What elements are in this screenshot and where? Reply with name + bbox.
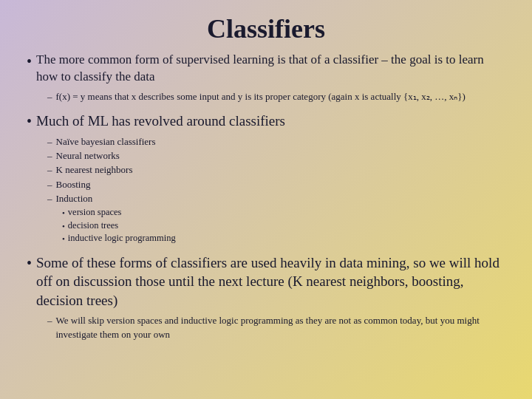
dot-icon: • (62, 233, 65, 245)
sub-bullet-2-0-text: Naïve bayesian classifiers (56, 135, 156, 149)
bullet-3: • Some of these forms of classifiers are… (27, 253, 505, 310)
sub-bullet-2-1: – Neural networks (47, 149, 505, 163)
sub-sub-bullet-inductive-logic: • inductive logic programming (62, 232, 505, 245)
sub-bullet-2-3-text: Boosting (56, 178, 91, 191)
sub-sub-bullet-decision-trees: • decision trees (62, 219, 505, 233)
sub-bullet-2-0: – Naïve bayesian classifiers (47, 135, 505, 149)
sub-sub-bullet-version-spaces: • version spaces (62, 206, 505, 219)
sub-bullet-2-4-text: Induction (56, 192, 93, 205)
dot-icon: • (62, 208, 65, 219)
dash-icon: – (47, 163, 52, 177)
sub-bullets-2: – Naïve bayesian classifiers – Neural ne… (47, 135, 505, 245)
section-3: • Some of these forms of classifiers are… (27, 253, 505, 345)
bullet-2: • Much of ML has revolved around classif… (27, 112, 505, 131)
dash-icon: – (47, 314, 52, 327)
sub-bullets-3: – We will skip version spaces and induct… (47, 314, 505, 341)
dash-icon: – (47, 90, 52, 103)
sub-sub-bullet-text-1: decision trees (68, 219, 118, 233)
bullet-2-text: Much of ML has revolved around classifie… (36, 112, 285, 131)
sub-bullet-2-2: – K nearest neighbors (47, 163, 505, 177)
dash-icon: – (47, 178, 52, 191)
section-1: • The more common form of supervised lea… (27, 52, 505, 107)
slide-title: Classifiers (27, 13, 505, 44)
sub-bullet-2-3: – Boosting (47, 178, 505, 191)
sub-bullets-1: – f(x) = y means that x describes some i… (47, 90, 505, 103)
sub-sub-bullet-text-2: inductive logic programming (68, 232, 176, 245)
sub-bullet-2-4: – Induction (47, 192, 505, 205)
dash-icon: – (47, 192, 52, 205)
sub-bullet-1-0-text: f(x) = y means that x describes some inp… (56, 90, 466, 103)
bullet-dot-2: • (27, 112, 32, 131)
bullet-1-text: The more common form of supervised learn… (36, 52, 505, 86)
bullet-dot-3: • (27, 253, 32, 273)
bullet-dot-1: • (27, 52, 32, 71)
dot-icon: • (62, 221, 65, 232)
sub-bullet-2-2-text: K nearest neighbors (56, 163, 133, 177)
section-2: • Much of ML has revolved around classif… (27, 112, 505, 248)
bullet-3-text: Some of these forms of classifiers are u… (36, 253, 505, 310)
sub-bullet-2-1-text: Neural networks (56, 149, 120, 163)
sub-bullet-3-0: – We will skip version spaces and induct… (47, 314, 505, 341)
dash-icon: – (47, 135, 52, 149)
slide: Classifiers • The more common form of su… (0, 0, 532, 399)
sub-bullet-3-0-text: We will skip version spaces and inductiv… (56, 314, 506, 341)
sub-sub-bullets-2-4: • version spaces • decision trees • indu… (62, 206, 505, 245)
dash-icon: – (47, 149, 52, 163)
sub-sub-bullet-text-0: version spaces (68, 206, 122, 219)
bullet-1: • The more common form of supervised lea… (27, 52, 505, 86)
sub-bullet-1-0: – f(x) = y means that x describes some i… (47, 90, 505, 103)
